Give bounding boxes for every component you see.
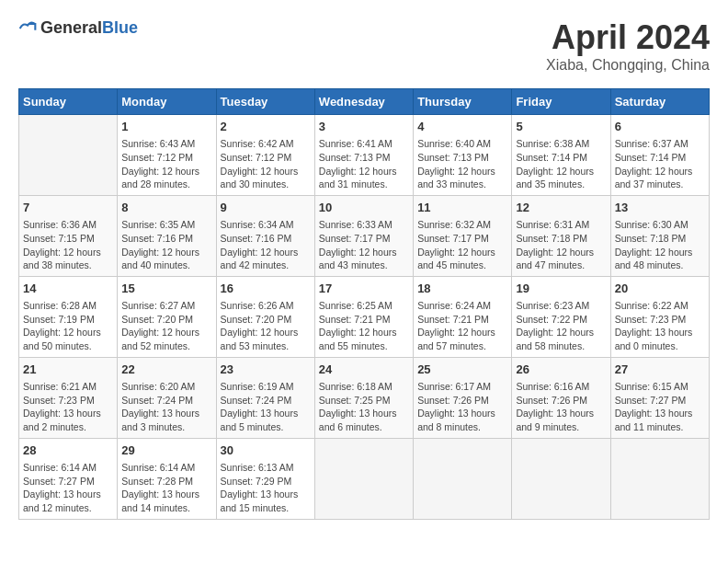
calendar-cell: 11Sunrise: 6:32 AMSunset: 7:17 PMDayligh… xyxy=(414,195,512,276)
days-header-row: SundayMondayTuesdayWednesdayThursdayFrid… xyxy=(19,89,710,115)
week-row-2: 7Sunrise: 6:36 AMSunset: 7:15 PMDaylight… xyxy=(19,195,710,276)
week-row-5: 28Sunrise: 6:14 AMSunset: 7:27 PMDayligh… xyxy=(19,438,710,519)
calendar-cell: 26Sunrise: 6:16 AMSunset: 7:26 PMDayligh… xyxy=(512,357,610,438)
day-number: 18 xyxy=(417,281,507,297)
day-info: Sunrise: 6:20 AMSunset: 7:24 PMDaylight:… xyxy=(121,380,211,434)
day-info: Sunrise: 6:16 AMSunset: 7:26 PMDaylight:… xyxy=(516,380,606,434)
day-info: Sunrise: 6:30 AMSunset: 7:18 PMDaylight:… xyxy=(615,218,705,272)
day-number: 15 xyxy=(121,281,211,297)
day-info: Sunrise: 6:25 AMSunset: 7:21 PMDaylight:… xyxy=(319,299,409,353)
calendar-cell: 29Sunrise: 6:14 AMSunset: 7:28 PMDayligh… xyxy=(118,438,216,519)
day-number: 6 xyxy=(615,119,705,135)
calendar-cell: 1Sunrise: 6:43 AMSunset: 7:12 PMDaylight… xyxy=(118,115,216,196)
day-info: Sunrise: 6:22 AMSunset: 7:23 PMDaylight:… xyxy=(615,299,705,353)
calendar-cell: 20Sunrise: 6:22 AMSunset: 7:23 PMDayligh… xyxy=(610,276,709,357)
week-row-3: 14Sunrise: 6:28 AMSunset: 7:19 PMDayligh… xyxy=(19,276,710,357)
calendar-cell: 19Sunrise: 6:23 AMSunset: 7:22 PMDayligh… xyxy=(512,276,610,357)
page-header: GeneralBlue April 2024 Xiaba, Chongqing,… xyxy=(18,18,710,74)
calendar-cell: 16Sunrise: 6:26 AMSunset: 7:20 PMDayligh… xyxy=(216,276,314,357)
day-info: Sunrise: 6:38 AMSunset: 7:14 PMDaylight:… xyxy=(516,137,606,191)
day-info: Sunrise: 6:31 AMSunset: 7:18 PMDaylight:… xyxy=(516,218,606,272)
day-info: Sunrise: 6:13 AMSunset: 7:29 PMDaylight:… xyxy=(221,461,311,515)
day-header-monday: Monday xyxy=(118,89,216,115)
calendar-cell: 23Sunrise: 6:19 AMSunset: 7:24 PMDayligh… xyxy=(216,357,314,438)
day-info: Sunrise: 6:18 AMSunset: 7:25 PMDaylight:… xyxy=(319,380,409,434)
day-info: Sunrise: 6:37 AMSunset: 7:14 PMDaylight:… xyxy=(615,137,705,191)
calendar-cell: 5Sunrise: 6:38 AMSunset: 7:14 PMDaylight… xyxy=(512,115,610,196)
day-number: 11 xyxy=(417,200,507,216)
day-number: 13 xyxy=(615,200,705,216)
location-title: Xiaba, Chongqing, China xyxy=(546,57,710,74)
day-number: 27 xyxy=(615,362,705,378)
day-number: 7 xyxy=(23,200,113,216)
calendar-cell: 15Sunrise: 6:27 AMSunset: 7:20 PMDayligh… xyxy=(118,276,216,357)
day-number: 2 xyxy=(221,119,311,135)
calendar-cell xyxy=(512,438,610,519)
day-info: Sunrise: 6:32 AMSunset: 7:17 PMDaylight:… xyxy=(417,218,507,272)
day-info: Sunrise: 6:43 AMSunset: 7:12 PMDaylight:… xyxy=(121,137,211,191)
day-number: 26 xyxy=(516,362,606,378)
calendar-cell xyxy=(414,438,512,519)
calendar-table: SundayMondayTuesdayWednesdayThursdayFrid… xyxy=(18,88,710,520)
day-number: 1 xyxy=(121,119,211,135)
day-info: Sunrise: 6:41 AMSunset: 7:13 PMDaylight:… xyxy=(319,137,409,191)
day-info: Sunrise: 6:17 AMSunset: 7:26 PMDaylight:… xyxy=(417,380,507,434)
day-number: 29 xyxy=(121,442,211,459)
calendar-cell: 6Sunrise: 6:37 AMSunset: 7:14 PMDaylight… xyxy=(610,115,709,196)
day-number: 10 xyxy=(319,200,409,216)
calendar-cell xyxy=(610,438,709,519)
day-number: 16 xyxy=(221,281,311,297)
day-number: 12 xyxy=(516,200,606,216)
calendar-cell: 25Sunrise: 6:17 AMSunset: 7:26 PMDayligh… xyxy=(414,357,512,438)
calendar-cell: 10Sunrise: 6:33 AMSunset: 7:17 PMDayligh… xyxy=(314,195,413,276)
day-number: 24 xyxy=(319,362,409,378)
day-info: Sunrise: 6:28 AMSunset: 7:19 PMDaylight:… xyxy=(23,299,113,353)
calendar-body: 1Sunrise: 6:43 AMSunset: 7:12 PMDaylight… xyxy=(19,115,710,520)
day-number: 25 xyxy=(417,362,507,378)
day-header-sunday: Sunday xyxy=(19,89,118,115)
day-number: 20 xyxy=(615,281,705,297)
calendar-cell: 9Sunrise: 6:34 AMSunset: 7:16 PMDaylight… xyxy=(216,195,314,276)
day-info: Sunrise: 6:21 AMSunset: 7:23 PMDaylight:… xyxy=(23,380,113,434)
day-number: 5 xyxy=(516,119,606,135)
calendar-cell: 28Sunrise: 6:14 AMSunset: 7:27 PMDayligh… xyxy=(19,438,118,519)
week-row-1: 1Sunrise: 6:43 AMSunset: 7:12 PMDaylight… xyxy=(19,115,710,196)
day-number: 4 xyxy=(417,119,507,135)
calendar-cell xyxy=(314,438,413,519)
calendar-cell: 14Sunrise: 6:28 AMSunset: 7:19 PMDayligh… xyxy=(19,276,118,357)
week-row-4: 21Sunrise: 6:21 AMSunset: 7:23 PMDayligh… xyxy=(19,357,710,438)
day-number: 17 xyxy=(319,281,409,297)
calendar-cell: 22Sunrise: 6:20 AMSunset: 7:24 PMDayligh… xyxy=(118,357,216,438)
day-header-saturday: Saturday xyxy=(610,89,709,115)
day-info: Sunrise: 6:23 AMSunset: 7:22 PMDaylight:… xyxy=(516,299,606,353)
calendar-cell: 18Sunrise: 6:24 AMSunset: 7:21 PMDayligh… xyxy=(414,276,512,357)
day-info: Sunrise: 6:27 AMSunset: 7:20 PMDaylight:… xyxy=(121,299,211,353)
day-number: 30 xyxy=(221,442,311,459)
day-info: Sunrise: 6:14 AMSunset: 7:28 PMDaylight:… xyxy=(121,461,211,515)
calendar-cell xyxy=(19,115,118,196)
day-info: Sunrise: 6:40 AMSunset: 7:13 PMDaylight:… xyxy=(417,137,507,191)
calendar-cell: 24Sunrise: 6:18 AMSunset: 7:25 PMDayligh… xyxy=(314,357,413,438)
calendar-cell: 21Sunrise: 6:21 AMSunset: 7:23 PMDayligh… xyxy=(19,357,118,438)
logo: GeneralBlue xyxy=(18,18,138,38)
calendar-cell: 12Sunrise: 6:31 AMSunset: 7:18 PMDayligh… xyxy=(512,195,610,276)
day-number: 8 xyxy=(121,200,211,216)
calendar-cell: 27Sunrise: 6:15 AMSunset: 7:27 PMDayligh… xyxy=(610,357,709,438)
calendar-cell: 7Sunrise: 6:36 AMSunset: 7:15 PMDaylight… xyxy=(19,195,118,276)
day-number: 28 xyxy=(23,442,113,459)
logo-text-general: General xyxy=(40,18,102,37)
day-number: 21 xyxy=(23,362,113,378)
month-title: April 2024 xyxy=(546,18,710,57)
day-info: Sunrise: 6:14 AMSunset: 7:27 PMDaylight:… xyxy=(23,461,113,515)
day-number: 14 xyxy=(23,281,113,297)
day-number: 3 xyxy=(319,119,409,135)
calendar-cell: 17Sunrise: 6:25 AMSunset: 7:21 PMDayligh… xyxy=(314,276,413,357)
day-number: 23 xyxy=(221,362,311,378)
day-number: 9 xyxy=(221,200,311,216)
calendar-cell: 30Sunrise: 6:13 AMSunset: 7:29 PMDayligh… xyxy=(216,438,314,519)
day-info: Sunrise: 6:34 AMSunset: 7:16 PMDaylight:… xyxy=(221,218,311,272)
logo-icon xyxy=(18,19,37,38)
day-info: Sunrise: 6:33 AMSunset: 7:17 PMDaylight:… xyxy=(319,218,409,272)
calendar-cell: 8Sunrise: 6:35 AMSunset: 7:16 PMDaylight… xyxy=(118,195,216,276)
day-number: 22 xyxy=(121,362,211,378)
